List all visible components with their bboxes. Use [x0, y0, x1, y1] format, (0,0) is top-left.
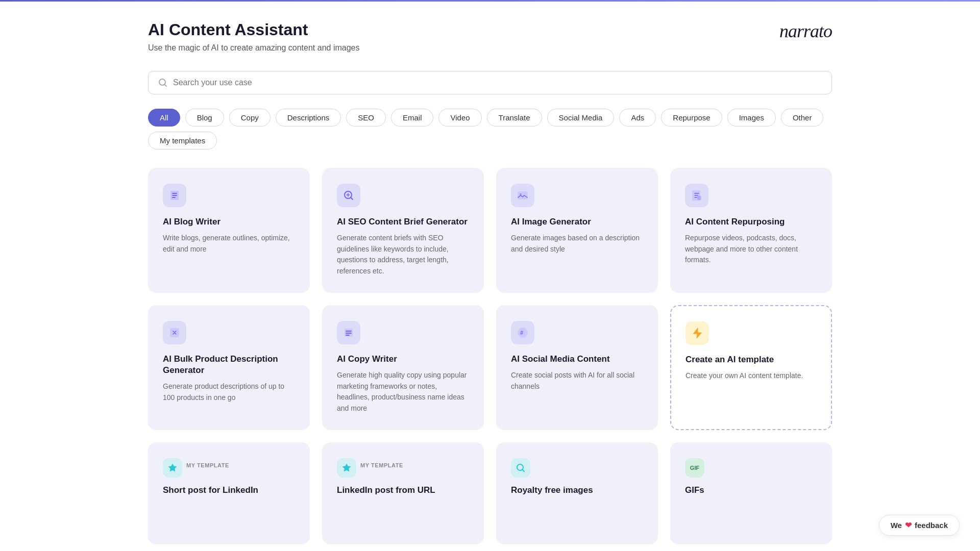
card-icon-royalty-free: [511, 458, 530, 478]
filter-tab-blog[interactable]: Blog: [185, 109, 224, 127]
search-icon: [158, 78, 168, 88]
top-border: [0, 0, 980, 2]
feedback-button[interactable]: We ❤ feedback: [879, 515, 960, 536]
filter-tab-repurpose[interactable]: Repurpose: [661, 109, 722, 127]
card-ai-repurposing[interactable]: AI Content Repurposing Repurpose videos,…: [670, 168, 832, 293]
card-desc-bulk-product: Generate product descriptions of up to 1…: [163, 381, 295, 403]
card-title-linkedin-short: Short post for LinkedIn: [163, 485, 295, 496]
filter-tab-descriptions[interactable]: Descriptions: [276, 109, 341, 127]
card-icon-copy-writer: [337, 321, 360, 344]
filter-tab-ads[interactable]: Ads: [619, 109, 656, 127]
filter-tab-other[interactable]: Other: [781, 109, 824, 127]
cards-row-1: AI Blog Writer Write blogs, generate out…: [148, 168, 832, 293]
card-title-gifs: GIFs: [685, 485, 817, 496]
card-ai-seo-brief[interactable]: AI SEO Content Brief Generator Generate …: [322, 168, 484, 293]
feedback-heart-icon: ❤: [905, 520, 912, 530]
filter-tab-all[interactable]: All: [148, 109, 180, 127]
card-create-template[interactable]: Create an AI template Create your own AI…: [670, 305, 832, 430]
card-icon-image-gen: [511, 184, 534, 207]
card-icon-linkedin-url: [337, 458, 356, 478]
card-title-bulk-product: AI Bulk Product Description Generator: [163, 354, 295, 376]
card-ai-bulk-product[interactable]: AI Bulk Product Description Generator Ge…: [148, 305, 310, 430]
card-title-seo-brief: AI SEO Content Brief Generator: [337, 216, 469, 228]
cards-row-2: AI Bulk Product Description Generator Ge…: [148, 305, 832, 430]
svg-rect-3: [518, 192, 527, 199]
header-text: AI Content Assistant Use the magic of AI…: [148, 20, 359, 53]
search-bar: [148, 71, 832, 94]
card-icon-social-media: #: [511, 321, 534, 344]
card-desc-blog-writer: Write blogs, generate outlines, optimize…: [163, 233, 295, 255]
page-subtitle: Use the magic of AI to create amazing co…: [148, 43, 359, 53]
card-desc-copy-writer: Generate high quality copy using popular…: [337, 370, 469, 414]
card-desc-image-gen: Generate images based on a description a…: [511, 233, 643, 255]
card-title-repurposing: AI Content Repurposing: [685, 216, 817, 228]
filter-tab-social-media[interactable]: Social Media: [547, 109, 615, 127]
feedback-label-we: We: [891, 521, 902, 530]
svg-rect-6: [697, 196, 701, 200]
my-template-badge-2: MY TEMPLATE: [360, 462, 403, 468]
page-title: AI Content Assistant: [148, 20, 359, 39]
filter-tab-seo[interactable]: SEO: [346, 109, 386, 127]
filter-tab-video[interactable]: Video: [438, 109, 481, 127]
card-desc-social-media: Create social posts with AI for all soci…: [511, 370, 643, 392]
card-ai-copy-writer[interactable]: AI Copy Writer Generate high quality cop…: [322, 305, 484, 430]
card-title-royalty-free: Royalty free images: [511, 485, 643, 496]
card-icon-linkedin-short: [163, 458, 182, 478]
filter-tab-translate[interactable]: Translate: [487, 109, 542, 127]
filter-tab-email[interactable]: Email: [391, 109, 434, 127]
card-ai-social-media[interactable]: # AI Social Media Content Create social …: [496, 305, 658, 430]
card-title-create-template: Create an AI template: [685, 354, 817, 365]
my-template-badge: MY TEMPLATE: [186, 462, 229, 468]
card-icon-gifs: GIF: [685, 458, 704, 478]
card-icon-bulk-product: [163, 321, 186, 344]
card-icon-seo-brief: [337, 184, 360, 207]
card-title-social-media: AI Social Media Content: [511, 354, 643, 365]
card-icon-repurposing: [685, 184, 708, 207]
card-royalty-free[interactable]: Royalty free images: [496, 442, 658, 544]
card-desc-repurposing: Repurpose videos, podcasts, docs, webpag…: [685, 233, 817, 266]
logo: narrato: [779, 20, 832, 42]
card-title-linkedin-url: LinkedIn post from URL: [337, 485, 469, 496]
filter-tab-images[interactable]: Images: [727, 109, 776, 127]
card-title-copy-writer: AI Copy Writer: [337, 354, 469, 365]
svg-text:#: #: [520, 330, 523, 336]
card-title-blog-writer: AI Blog Writer: [163, 216, 295, 228]
card-icon-blog-writer: [163, 184, 186, 207]
cards-row-3: MY TEMPLATE Short post for LinkedIn MY T…: [148, 442, 832, 544]
filter-tab-copy[interactable]: Copy: [229, 109, 271, 127]
card-desc-create-template: Create your own AI content template.: [685, 370, 817, 382]
page-header: AI Content Assistant Use the magic of AI…: [148, 20, 832, 53]
filter-tabs: All Blog Copy Descriptions SEO Email Vid…: [148, 109, 832, 149]
card-linkedin-url-post[interactable]: MY TEMPLATE LinkedIn post from URL: [322, 442, 484, 544]
card-icon-create-template: [685, 321, 709, 345]
card-ai-blog-writer[interactable]: AI Blog Writer Write blogs, generate out…: [148, 168, 310, 293]
card-title-image-gen: AI Image Generator: [511, 216, 643, 228]
card-gifs[interactable]: GIF GIFs: [670, 442, 832, 544]
filter-tab-my-templates[interactable]: My templates: [148, 132, 217, 149]
card-ai-image-gen[interactable]: AI Image Generator Generate images based…: [496, 168, 658, 293]
feedback-label-action: feedback: [915, 521, 948, 530]
card-linkedin-short-post[interactable]: MY TEMPLATE Short post for LinkedIn: [148, 442, 310, 544]
card-desc-seo-brief: Generate content briefs with SEO guideli…: [337, 233, 469, 277]
search-input[interactable]: [173, 78, 822, 87]
